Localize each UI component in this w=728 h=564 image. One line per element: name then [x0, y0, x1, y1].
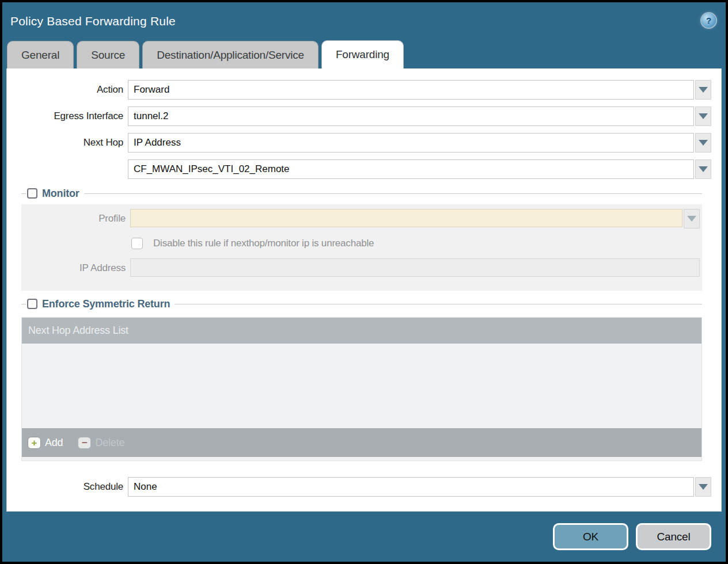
profile-dropdown-button	[684, 209, 700, 228]
monitor-checkbox[interactable]	[27, 188, 37, 199]
next-hop-label: Next Hop	[7, 137, 123, 148]
monitor-ip-label: IP Address	[21, 262, 126, 274]
symmetric-return-checkbox[interactable]	[27, 299, 37, 309]
next-hop-address-list-table: Next Hop Address List + Add − Delete	[21, 317, 702, 461]
next-hop-address-input[interactable]	[128, 159, 694, 179]
plus-icon: +	[28, 437, 41, 449]
disable-rule-checkbox	[131, 238, 143, 249]
schedule-dropdown-button[interactable]	[695, 477, 711, 497]
schedule-input[interactable]	[128, 477, 694, 497]
help-glyph: ?	[706, 16, 711, 25]
monitor-ip-input	[130, 258, 700, 277]
profile-input	[130, 209, 682, 227]
egress-interface-dropdown-button[interactable]	[695, 106, 711, 126]
symmetric-return-legend: Enforce Symmetric Return	[42, 298, 170, 310]
symmetric-return-header: Enforce Symmetric Return	[21, 296, 702, 311]
monitor-section-body: Profile Disable this rule if nexthop/mon…	[21, 204, 702, 291]
tab-bar: General Source Destination/Application/S…	[2, 40, 726, 68]
tab-destination-application-service[interactable]: Destination/Application/Service	[142, 41, 318, 68]
next-hop-address-row	[7, 159, 711, 179]
tab-general[interactable]: General	[7, 41, 74, 68]
fieldset-border-right	[175, 304, 702, 304]
monitor-section: Monitor Profile	[21, 186, 702, 291]
monitor-section-header: Monitor	[21, 186, 702, 201]
egress-interface-row: Egress Interface	[7, 106, 711, 126]
schedule-label: Schedule	[7, 481, 123, 493]
action-input[interactable]	[128, 80, 694, 100]
profile-row: Profile	[21, 209, 700, 228]
table-bottom-strip	[22, 457, 702, 460]
tab-forwarding[interactable]: Forwarding	[321, 40, 404, 68]
monitor-ip-row: IP Address	[21, 258, 700, 278]
next-hop-address-dropdown-button[interactable]	[695, 159, 711, 179]
next-hop-address-list-column-header[interactable]: Next Hop Address List	[22, 318, 702, 344]
delete-button: − Delete	[78, 437, 124, 449]
dialog-title: Policy Based Forwarding Rule	[10, 14, 176, 28]
pbf-rule-dialog: Policy Based Forwarding Rule ? General S…	[2, 2, 726, 562]
delete-button-label: Delete	[95, 437, 124, 449]
screen-frame: Policy Based Forwarding Rule ? General S…	[0, 0, 728, 564]
action-label: Action	[7, 84, 123, 96]
cancel-button[interactable]: Cancel	[636, 523, 711, 550]
fieldset-border-right	[84, 193, 702, 194]
action-row: Action	[7, 80, 711, 100]
action-dropdown-button[interactable]	[695, 80, 711, 100]
next-hop-address-list-body[interactable]	[22, 344, 702, 428]
next-hop-row: Next Hop	[7, 133, 711, 153]
egress-interface-label: Egress Interface	[7, 110, 123, 122]
next-hop-type-dropdown-button[interactable]	[695, 133, 711, 153]
minus-icon: −	[78, 437, 91, 449]
ok-button[interactable]: OK	[553, 523, 628, 550]
add-button[interactable]: + Add	[28, 437, 63, 449]
monitor-legend: Monitor	[42, 188, 79, 200]
schedule-row: Schedule	[7, 477, 711, 497]
disable-rule-label: Disable this rule if nexthop/monitor ip …	[153, 238, 374, 249]
dialog-footer: OK Cancel	[2, 512, 726, 562]
next-hop-type-input[interactable]	[128, 133, 694, 153]
egress-interface-input[interactable]	[128, 106, 694, 126]
fieldset-border-left	[21, 193, 26, 194]
tab-source[interactable]: Source	[77, 41, 139, 68]
fieldset-border-left	[21, 304, 26, 304]
add-button-label: Add	[45, 437, 63, 449]
dialog-titlebar: Policy Based Forwarding Rule ?	[2, 2, 726, 40]
disable-rule-row: Disable this rule if nexthop/monitor ip …	[130, 235, 700, 252]
table-toolbar: + Add − Delete	[22, 428, 702, 457]
symmetric-return-section: Enforce Symmetric Return Next Hop Addres…	[21, 296, 702, 461]
profile-label: Profile	[21, 213, 126, 224]
forwarding-tab-panel: Action Egress Interface	[6, 68, 722, 512]
help-icon[interactable]: ?	[702, 13, 716, 28]
